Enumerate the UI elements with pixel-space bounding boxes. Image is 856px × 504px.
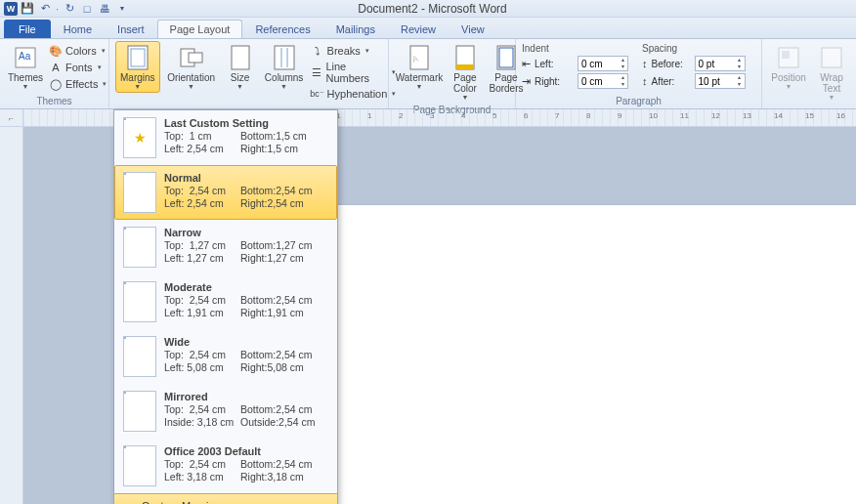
qat-customize-icon[interactable]: ▼ (114, 1, 130, 17)
margins-option[interactable]: ModerateTop: 2,54 cmBottom:2,54 cmLeft: … (114, 274, 337, 329)
position-icon (775, 44, 802, 71)
tab-page-layout[interactable]: Page Layout (157, 20, 243, 38)
indent-left-icon: ⇤ (522, 58, 531, 70)
ruler-tick: 6 (524, 111, 528, 120)
page-color-label: Page Color (452, 72, 478, 94)
margins-label: Margins (120, 72, 155, 83)
themes-label: Themes (8, 72, 43, 83)
hyphenation-button[interactable]: bc⁻Hyphenation▾ (311, 86, 397, 102)
ruler-tick: 5 (492, 111, 496, 120)
group-themes-label: Themes (6, 95, 103, 107)
chevron-down-icon: ▼ (280, 83, 287, 90)
tab-file[interactable]: File (4, 20, 51, 38)
chevron-down-icon: ▼ (236, 83, 243, 90)
margins-option-text: Last Custom SettingTop: 1 cmBottom:1,5 c… (164, 117, 328, 158)
svg-rect-13 (456, 64, 474, 69)
theme-effects-button[interactable]: ◯Effects▾ (49, 76, 107, 92)
tab-references[interactable]: References (242, 20, 322, 38)
window-title: Document2 - Microsoft Word (130, 2, 852, 16)
margins-option[interactable]: MirroredTop: 2,54 cmBottom:2,54 cmInside… (114, 384, 337, 439)
redo-icon[interactable]: ↻ (62, 1, 77, 17)
margins-option[interactable]: Office 2003 DefaultTop: 2,54 cmBottom:2,… (114, 439, 337, 493)
margins-option-text: WideTop: 2,54 cmBottom:2,54 cmLeft: 5,08… (164, 336, 328, 377)
margins-option-text: NarrowTop: 1,27 cmBottom:1,27 cmLeft: 1,… (164, 227, 328, 268)
margins-option[interactable]: Last Custom SettingTop: 1 cmBottom:1,5 c… (114, 110, 337, 165)
svg-rect-6 (232, 46, 249, 69)
position-label: Position (771, 72, 806, 83)
ribbon-tabs: File Home Insert Page Layout References … (0, 18, 856, 39)
orientation-button[interactable]: Orientation ▼ (164, 41, 219, 93)
chevron-down-icon: ▼ (22, 83, 29, 90)
ruler-tick: 4 (461, 111, 465, 120)
page[interactable] (248, 205, 856, 504)
margin-thumb-icon (123, 227, 156, 268)
line-numbers-icon: ☰ (311, 65, 323, 79)
quick-print-icon[interactable]: 🖶 (97, 1, 112, 17)
spacing-after-label: After: (652, 76, 691, 87)
indent-header: Indent (522, 43, 628, 54)
hyphenation-icon: bc⁻ (311, 87, 324, 101)
svg-rect-17 (782, 51, 790, 59)
qat-separator: · (55, 3, 60, 15)
margins-option-text: NormalTop: 2,54 cmBottom:2,54 cmLeft: 2,… (164, 172, 328, 213)
theme-colors-button[interactable]: 🎨Colors▾ (49, 43, 107, 59)
tab-home[interactable]: Home (51, 20, 105, 38)
wrap-text-icon (818, 44, 845, 71)
margin-thumb-icon (123, 172, 156, 213)
themes-button[interactable]: Aa Themes ▼ (6, 41, 45, 93)
spacing-block: Spacing ↕ Before: ▴▾ ↕ After: ▴▾ (642, 43, 746, 89)
margins-option[interactable]: NormalTop: 2,54 cmBottom:2,54 cmLeft: 2,… (114, 165, 337, 220)
effects-icon: ◯ (49, 77, 63, 91)
spacing-before-input[interactable]: ▴▾ (695, 56, 746, 71)
ruler-tick: 7 (555, 111, 559, 120)
ruler-tick: 12 (711, 111, 720, 120)
margins-icon (124, 44, 151, 71)
chevron-down-icon: ▼ (462, 94, 469, 101)
svg-rect-5 (189, 53, 202, 63)
new-doc-icon[interactable]: □ (79, 1, 95, 17)
size-button[interactable]: Size ▼ (223, 41, 258, 93)
colors-icon: 🎨 (49, 44, 63, 58)
spacing-after-input[interactable]: ▴▾ (695, 73, 746, 89)
undo-icon[interactable]: ↶ (37, 1, 53, 17)
tab-mailings[interactable]: Mailings (323, 20, 388, 38)
group-paragraph-label: Paragraph (522, 95, 755, 107)
custom-margins-button[interactable]: Custom Margins... (114, 493, 337, 504)
tab-insert[interactable]: Insert (105, 20, 157, 38)
columns-button[interactable]: Columns ▼ (262, 41, 307, 93)
theme-fonts-button[interactable]: AFonts▾ (49, 60, 107, 75)
breaks-button[interactable]: ⤵Breaks▾ (311, 43, 397, 59)
margins-button[interactable]: Margins ▼ (115, 41, 160, 93)
position-button[interactable]: Position ▼ (768, 41, 809, 93)
ruler-tick: 9 (618, 111, 621, 120)
orientation-label: Orientation (167, 72, 215, 83)
breaks-icon: ⤵ (311, 44, 324, 58)
indent-left-input[interactable]: ▴▾ (578, 56, 628, 71)
watermark-label: Watermark (396, 72, 444, 83)
line-numbers-button[interactable]: ☰Line Numbers▾ (311, 60, 397, 85)
fonts-icon: A (49, 61, 63, 74)
save-icon[interactable]: 💾 (20, 1, 35, 17)
watermark-button[interactable]: A Watermark ▼ (395, 41, 444, 93)
vertical-ruler[interactable] (0, 127, 23, 504)
tab-view[interactable]: View (449, 20, 497, 38)
chevron-down-icon: ▼ (134, 83, 141, 90)
ruler-corner[interactable]: ⌐ (0, 109, 23, 126)
margins-option[interactable]: WideTop: 2,54 cmBottom:2,54 cmLeft: 5,08… (114, 329, 337, 384)
indent-right-label: Right: (535, 76, 574, 87)
ruler-tick: 11 (680, 111, 689, 120)
ruler-tick: 3 (430, 111, 434, 120)
ruler-tick: 8 (586, 111, 590, 120)
tab-review[interactable]: Review (388, 20, 449, 38)
margins-option[interactable]: NarrowTop: 1,27 cmBottom:1,27 cmLeft: 1,… (114, 220, 337, 274)
page-color-button[interactable]: Page Color ▼ (448, 41, 483, 104)
margin-thumb-icon (123, 445, 156, 486)
effects-label: Effects (65, 78, 98, 90)
word-logo-icon: W (4, 2, 18, 16)
columns-label: Columns (265, 72, 303, 83)
wrap-text-button[interactable]: Wrap Text ▼ (813, 41, 850, 104)
columns-icon (271, 44, 298, 71)
watermark-icon: A (406, 44, 433, 71)
chevron-down-icon: ▼ (416, 83, 423, 90)
indent-right-input[interactable]: ▴▾ (578, 73, 628, 89)
